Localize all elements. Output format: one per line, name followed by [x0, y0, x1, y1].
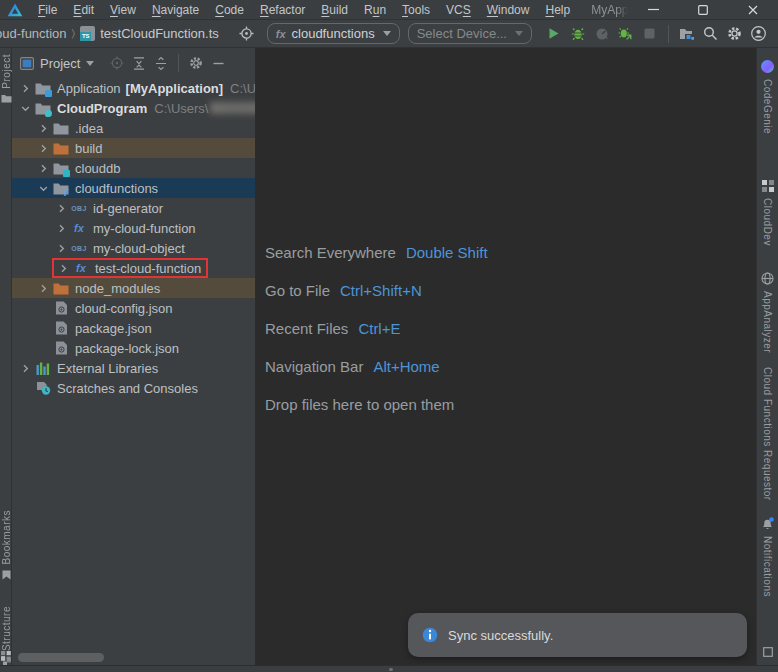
- tree-row--idea[interactable]: .idea: [12, 118, 255, 138]
- tool-tab-codegenie[interactable]: CodeGenie: [761, 60, 774, 134]
- tree-row-clouddb[interactable]: clouddb: [12, 158, 255, 178]
- locate-icon[interactable]: [106, 52, 128, 74]
- tree-row-id-generator[interactable]: OBJid-generator: [12, 198, 255, 218]
- menu-item-help[interactable]: Help: [538, 2, 577, 18]
- tool-window-switcher-icon[interactable]: [0, 651, 12, 661]
- tool-tab-label: Cloud Functions Requestor: [762, 367, 773, 501]
- maximize-button[interactable]: [678, 0, 728, 20]
- tree-row-external-libraries[interactable]: External Libraries: [12, 358, 255, 378]
- attach-debugger-button[interactable]: [614, 22, 638, 46]
- tree-row-package-json[interactable]: package.json: [12, 318, 255, 338]
- menu-item-edit[interactable]: Edit: [66, 2, 101, 18]
- tree-item-label: test-cloud-function: [95, 261, 201, 276]
- tree-row-node-modules[interactable]: node_modules: [12, 278, 255, 298]
- tree-row-test-cloud-function[interactable]: fxtest-cloud-function: [12, 258, 255, 278]
- expand-all-icon[interactable]: [128, 52, 150, 74]
- project-tree: Application[MyApplication]C:\UCloudProgr…: [12, 78, 255, 665]
- settings-gear-icon[interactable]: [185, 52, 207, 74]
- tree-item-label: Scratches and Consoles: [57, 381, 198, 396]
- tool-tab-appanalyzer[interactable]: AppAnalyzer: [761, 272, 774, 353]
- menu-item-code[interactable]: Code: [208, 2, 251, 18]
- clouddev-icon: [762, 180, 774, 192]
- menu-item-navigate[interactable]: Navigate: [145, 2, 206, 18]
- tool-tab-project[interactable]: Project: [0, 54, 12, 103]
- project-panel-title[interactable]: Project: [40, 56, 80, 71]
- profiler-button[interactable]: [590, 22, 614, 46]
- minimize-button[interactable]: [628, 0, 678, 20]
- chevron-right-icon[interactable]: [54, 221, 68, 235]
- tool-tab-clouddev[interactable]: CloudDev: [762, 180, 774, 246]
- obj-icon: OBJ: [70, 200, 88, 216]
- menu-item-refactor[interactable]: Refactor: [253, 2, 312, 18]
- debug-button[interactable]: [566, 22, 590, 46]
- tree-row-package-lock-json[interactable]: package-lock.json: [12, 338, 255, 358]
- run-button[interactable]: [542, 22, 566, 46]
- menu-item-file[interactable]: File: [31, 2, 64, 18]
- chevron-right-icon[interactable]: [56, 261, 70, 275]
- tree-row-application[interactable]: Application[MyApplication]C:\U: [12, 78, 255, 98]
- shortcut-action-label: Drop files here to open them: [265, 396, 454, 413]
- tool-tab-cloud-functions-requestor[interactable]: Cloud Functions Requestor: [762, 367, 773, 501]
- tool-tab-bookmarks[interactable]: Bookmarks: [0, 510, 12, 580]
- tree-item-label: package.json: [75, 321, 152, 336]
- twisty-spacer: [18, 381, 32, 395]
- chevron-right-icon[interactable]: [18, 81, 32, 95]
- tree-row-my-cloud-object[interactable]: OBJmy-cloud-object: [12, 238, 255, 258]
- chevron-down-icon[interactable]: [36, 181, 50, 195]
- menu-item-run[interactable]: Run: [357, 2, 393, 18]
- chevron-right-icon[interactable]: [18, 361, 32, 375]
- stop-button[interactable]: [638, 22, 662, 46]
- fx-icon: fx: [276, 28, 286, 40]
- tree-row-build[interactable]: build: [12, 138, 255, 158]
- fx-icon: fx: [72, 260, 90, 276]
- tree-item-label: cloudfunctions: [75, 181, 158, 196]
- sync-notification-toast[interactable]: Sync successfully.: [408, 613, 747, 657]
- right-tool-stripe: CodeGenieCloudDevAppAnalyzerCloud Functi…: [756, 48, 778, 665]
- collapse-all-icon[interactable]: [150, 52, 172, 74]
- tree-row-cloudfunctions[interactable]: fcloudfunctions: [12, 178, 255, 198]
- folder-icon: [52, 120, 70, 136]
- breadcrumb-parent[interactable]: oud-function: [0, 26, 67, 41]
- window-controls: [628, 0, 778, 20]
- chevron-down-icon[interactable]: [86, 61, 94, 66]
- json-file-icon: [52, 320, 70, 336]
- device-manager-button[interactable]: [675, 22, 699, 46]
- device-select[interactable]: Select Device...: [408, 23, 532, 44]
- tree-row-cloud-config-json[interactable]: cloud-config.json: [12, 298, 255, 318]
- main-area: Project Bookmarks Structure: [0, 48, 778, 665]
- excluded-folder-icon: [52, 140, 70, 156]
- menu-item-window[interactable]: Window: [480, 2, 537, 18]
- chevron-right-icon[interactable]: [54, 201, 68, 215]
- close-button[interactable]: [728, 0, 778, 20]
- menu-item-build[interactable]: Build: [314, 2, 355, 18]
- tree-row-my-cloud-function[interactable]: fxmy-cloud-function: [12, 218, 255, 238]
- tool-tab-structure-label: Structure: [1, 606, 12, 651]
- fx-icon: fx: [70, 220, 88, 236]
- tree-row-cloudprogram[interactable]: CloudProgramC:\Users\: [12, 98, 255, 118]
- menu-item-vcs[interactable]: VCS: [439, 2, 478, 18]
- tree-row-scratches-and-consoles[interactable]: Scratches and Consoles: [12, 378, 255, 398]
- profile-avatar-button[interactable]: [747, 22, 771, 46]
- settings-gear-icon[interactable]: [723, 22, 747, 46]
- locate-file-icon[interactable]: [235, 22, 259, 46]
- bookmark-icon: [2, 570, 11, 580]
- shortcut-action-label: Navigation Bar: [265, 358, 363, 375]
- chevron-right-icon[interactable]: [36, 141, 50, 155]
- search-everywhere-button[interactable]: [699, 22, 723, 46]
- chevron-right-icon[interactable]: [54, 241, 68, 255]
- tree-item-label: CloudProgram: [57, 101, 147, 116]
- tool-tab-notifications[interactable]: Notifications: [761, 517, 774, 597]
- hide-panel-icon[interactable]: [207, 52, 229, 74]
- project-folder-icon: [1, 94, 12, 103]
- menu-item-view[interactable]: View: [103, 2, 143, 18]
- shortcut-hint-line: Search EverywhereDouble Shift: [265, 244, 488, 261]
- chevron-right-icon[interactable]: [36, 161, 50, 175]
- chevron-right-icon[interactable]: [36, 281, 50, 295]
- menu-item-tools[interactable]: Tools: [395, 2, 437, 18]
- chevron-right-icon[interactable]: [36, 121, 50, 135]
- run-configuration-select[interactable]: fx cloudfunctions: [267, 23, 400, 44]
- horizontal-scrollbar[interactable]: [18, 653, 104, 662]
- tool-tab-square-icon[interactable]: [763, 647, 773, 657]
- breadcrumb-file[interactable]: testCloudFunction.ts: [100, 26, 219, 41]
- chevron-down-icon[interactable]: [18, 101, 32, 115]
